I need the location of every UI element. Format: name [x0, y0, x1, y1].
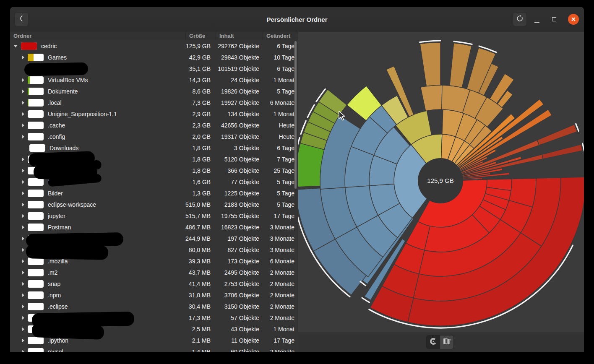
table-row[interactable]: .config2,0 GB19317 ObjekteHeute	[10, 131, 298, 142]
close-button[interactable]: ✕	[568, 7, 579, 32]
table-row[interactable]: Downloads1,8 GB3 Objekte6 Tage	[10, 142, 298, 153]
table-row[interactable]: Unigine_Superposition-1.12,9 GB134 Objek…	[10, 108, 298, 120]
table-row[interactable]: mysql1,4 MB60 Objekte2 Monate	[10, 346, 298, 352]
expander-icon[interactable]	[22, 89, 24, 94]
folder-size: 80,0 MB	[180, 247, 212, 253]
table-row[interactable]: jupyter515,7 MB19755 Objekte17 Tage	[10, 210, 298, 221]
folder-count: 134 Objekte	[212, 111, 261, 117]
table-row[interactable]: snap41,4 MB2753 Objekte2 Monate	[10, 278, 298, 289]
folder-count: 77 Objekte	[212, 179, 261, 185]
treemap-chart-button[interactable]	[440, 335, 453, 349]
table-row[interactable]: Games42,9 GB29843 Objekte10 Tage	[10, 52, 298, 63]
folder-size: 125,9 GB	[180, 43, 212, 49]
folder-modified: 3 Monate	[261, 235, 298, 242]
folder-size: 43,7 MB	[180, 269, 212, 276]
folder-count: 2753 Objekte	[212, 281, 261, 287]
folder-count: 827 Objekte	[212, 247, 261, 253]
table-row[interactable]: eclipse-workspace515,0 MB2183 Objekte5 T…	[10, 199, 298, 210]
folder-modified: 2 Monate	[261, 281, 298, 287]
expander-icon[interactable]	[22, 350, 24, 353]
column-header-ordner[interactable]: Ordner	[10, 32, 186, 40]
folder-modified: 2 Monate	[261, 303, 298, 310]
expander-icon[interactable]	[22, 55, 24, 60]
expander-icon[interactable]	[22, 169, 24, 173]
ring-segment[interactable]	[537, 125, 577, 145]
table-row[interactable]: .m243,7 MB2495 Objekte2 Monate	[10, 267, 298, 278]
expander-icon[interactable]	[22, 282, 24, 286]
folder-size: 2,3 GB	[180, 122, 212, 129]
usage-bar-icon	[29, 144, 45, 152]
rings-chart-icon	[430, 338, 437, 347]
column-header-inhalt[interactable]: Inhalt	[216, 32, 263, 40]
expander-icon[interactable]	[22, 214, 24, 218]
folder-name: cedric	[41, 43, 57, 49]
expander-icon[interactable]	[22, 203, 24, 207]
expander-icon[interactable]	[22, 270, 24, 275]
ring-segment[interactable]	[450, 43, 472, 88]
table-row[interactable]: .eclipse30,4 MB3150 Objekte2 Monate	[10, 301, 298, 312]
table-row[interactable]: Dokumente8,6 GB19826 Objekte5 Tage	[10, 86, 298, 97]
table-row[interactable]: .cache2,3 GB42656 ObjekteHeute	[10, 120, 298, 131]
expander-icon[interactable]	[22, 123, 24, 127]
expander-icon[interactable]	[22, 112, 24, 116]
chart-total-size-label: 125,9 GB	[427, 177, 453, 184]
ring-segment[interactable]	[542, 144, 582, 159]
folder-modified: 6 Tage	[261, 65, 298, 72]
rings-chart[interactable]: 125,9 GB	[298, 39, 584, 333]
maximize-button[interactable]	[552, 7, 556, 32]
folder-name: .cache	[48, 122, 65, 129]
expander-icon[interactable]	[22, 259, 24, 263]
expander-icon[interactable]	[22, 248, 24, 252]
ring-segment[interactable]	[421, 85, 442, 111]
usage-bar-icon	[28, 201, 44, 208]
titlebar: Persönlicher Ordner ✕	[10, 7, 584, 32]
table-row[interactable]: Postman486,7 MB16823 Objekte3 Monate	[10, 221, 298, 233]
folder-size: 1,3 GB	[180, 190, 212, 197]
column-header-geaendert[interactable]: Geändert	[263, 32, 298, 40]
expander-icon[interactable]	[22, 78, 24, 82]
ring-segment[interactable]	[420, 42, 440, 86]
column-header-groesse[interactable]: Größe	[186, 32, 216, 40]
maximize-icon	[552, 17, 556, 21]
usage-bar-icon	[28, 269, 44, 276]
expander-icon[interactable]	[22, 157, 24, 161]
folder-count: 2183 Objekte	[212, 201, 261, 208]
expander-icon[interactable]	[22, 101, 24, 105]
table-row[interactable]: .local7,3 GB19927 Objekte6 Monate	[10, 97, 298, 108]
table-row[interactable]: .npm31,0 MB3706 Objekte2 Monate	[10, 289, 298, 301]
back-button[interactable]	[14, 12, 29, 26]
expander-icon[interactable]	[22, 316, 24, 320]
close-icon: ✕	[568, 14, 579, 25]
reload-button[interactable]	[513, 12, 527, 26]
table-row[interactable]: VirtualBox VMs14,3 GB24 Objekte1 Monat	[10, 74, 298, 86]
expander-icon[interactable]	[22, 304, 24, 309]
expander-icon[interactable]	[22, 180, 24, 184]
folder-modified: 5 Tage	[261, 88, 298, 95]
folder-name: Games	[48, 54, 67, 61]
minimize-button[interactable]	[534, 7, 539, 32]
folder-modified: 5 Tage	[261, 201, 298, 208]
folder-name: Unigine_Superposition-1.1	[48, 111, 117, 117]
expander-icon[interactable]	[22, 237, 24, 241]
table-row[interactable]: cedric125,9 GB292762 Objekte6 Tage	[10, 40, 298, 52]
rings-chart-button[interactable]	[427, 335, 440, 349]
folder-count: 19755 Objekte	[212, 213, 261, 219]
folder-size: 42,9 GB	[180, 54, 212, 61]
list-scrollbar[interactable]	[294, 41, 297, 189]
expander-icon[interactable]	[13, 45, 18, 47]
usage-bar-icon	[28, 303, 44, 310]
expander-icon[interactable]	[22, 135, 24, 139]
usage-bar-icon	[28, 337, 44, 344]
expander-icon[interactable]	[22, 327, 24, 331]
table-row[interactable]: Bilder1,3 GB1225 Objekte5 Tage	[10, 187, 298, 199]
expander-icon[interactable]	[22, 338, 24, 343]
folder-count: 29843 Objekte	[212, 54, 261, 61]
ring-segment[interactable]	[298, 143, 324, 187]
usage-bar-icon	[28, 348, 44, 353]
expander-icon[interactable]	[22, 293, 24, 297]
expander-icon[interactable]	[22, 191, 24, 195]
folder-count: 2495 Objekte	[212, 269, 261, 276]
expander-icon[interactable]	[22, 225, 24, 229]
folder-size: 1,8 GB	[180, 145, 212, 151]
folder-size: 7,3 GB	[180, 99, 212, 106]
